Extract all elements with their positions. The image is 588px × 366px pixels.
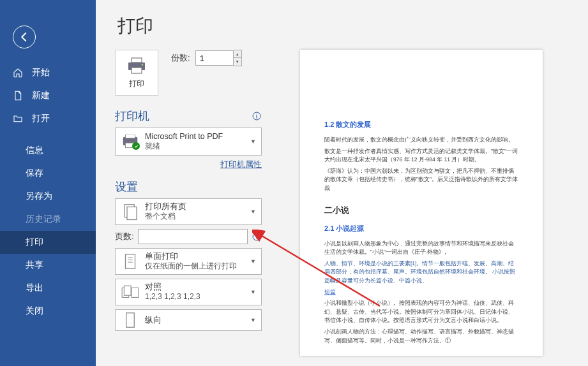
printer-icon bbox=[126, 57, 147, 75]
page-preview: 1.2 散文的发展 随着时代的发展，散文的概念由广义向狭义转变，并受到西方文化的… bbox=[300, 50, 543, 356]
svg-rect-22 bbox=[126, 313, 135, 328]
backstage-sidebar: 开始 新建 打开 信息 保存 另存为 历史记录 打印 共享 导出 关闭 bbox=[0, 0, 96, 366]
nav-label: 开始 bbox=[32, 67, 50, 78]
nav-info[interactable]: 信息 bbox=[0, 139, 96, 162]
preview-paragraph: 人物、情节、环境是小说的三要素[1]。情节一般包括开端、发展、高潮、结局四部分，… bbox=[324, 260, 518, 286]
preview-column: 1.2 散文的发展 随着时代的发展，散文的概念由广义向狭义转变，并受到西方文化的… bbox=[300, 50, 569, 356]
nav-label: 历史记录 bbox=[26, 214, 61, 225]
new-file-icon bbox=[13, 91, 23, 101]
chevron-down-icon: ▼ bbox=[250, 317, 256, 323]
info-icon[interactable] bbox=[252, 111, 262, 121]
copies-spinner[interactable]: ▲ ▼ bbox=[234, 50, 242, 66]
pages-input[interactable] bbox=[138, 229, 248, 244]
orientation-main: 纵向 bbox=[145, 315, 248, 325]
svg-point-14 bbox=[256, 234, 257, 235]
orientation-select[interactable]: 纵向 ▼ bbox=[115, 309, 262, 331]
chevron-down-icon: ▼ bbox=[250, 138, 256, 145]
printer-select[interactable]: Microsoft Print to PDF 就绪 ▼ bbox=[115, 128, 262, 156]
nav-export[interactable]: 导出 bbox=[0, 277, 96, 300]
nav-save-as[interactable]: 另存为 bbox=[0, 185, 96, 208]
back-arrow-icon bbox=[19, 31, 30, 43]
sides-select[interactable]: 单面打印 仅在纸面的一侧上进行打印 ▼ bbox=[115, 248, 262, 275]
spin-down-icon[interactable]: ▼ bbox=[234, 58, 241, 66]
nav-label: 打开 bbox=[32, 113, 50, 124]
nav-share[interactable]: 共享 bbox=[0, 254, 96, 277]
preview-heading-21: 2.1 小说起源 bbox=[324, 224, 518, 233]
spin-up-icon[interactable]: ▲ bbox=[234, 50, 241, 58]
nav-label: 信息 bbox=[26, 145, 43, 156]
svg-rect-0 bbox=[132, 58, 142, 62]
sides-sub: 仅在纸面的一侧上进行打印 bbox=[145, 261, 248, 272]
nav-print[interactable]: 打印 bbox=[0, 231, 96, 254]
chevron-down-icon: ▼ bbox=[250, 209, 256, 215]
preview-paragraph: 随着时代的发展，散文的概念由广义向狭义转变，并受到西方文化的影响。 bbox=[324, 136, 518, 145]
nav-label: 另存为 bbox=[26, 191, 52, 202]
nav-label: 打印 bbox=[26, 237, 43, 248]
settings-section-title: 设置 bbox=[115, 179, 138, 194]
nav-close[interactable]: 关闭 bbox=[0, 300, 96, 323]
back-button[interactable] bbox=[13, 26, 36, 48]
pages-icon bbox=[121, 202, 140, 221]
nav-label: 关闭 bbox=[26, 305, 43, 317]
collate-select[interactable]: 对照 1,2,3 1,2,3 1,2,3 ▼ bbox=[115, 279, 262, 305]
page-title: 打印 bbox=[117, 14, 569, 38]
scope-sub: 整个文档 bbox=[145, 212, 248, 222]
print-panel: 打印 打印 份数: ▲ ▼ bbox=[96, 0, 588, 366]
info-icon[interactable] bbox=[252, 231, 262, 242]
portrait-icon bbox=[121, 311, 140, 330]
pages-label: 页数: bbox=[115, 231, 134, 242]
print-settings-column: 打印 份数: ▲ ▼ 打印机 bbox=[115, 50, 262, 356]
printer-section-title: 打印机 bbox=[115, 108, 149, 124]
scope-main: 打印所有页 bbox=[145, 201, 248, 212]
preview-paragraph: 《辞海》认为：中国六朝以来，为区别韵文与骈文，把凡不押韵、不重排偶 的散体文章（… bbox=[324, 167, 518, 193]
printer-ready-badge-icon bbox=[132, 142, 140, 150]
collate-icon bbox=[121, 282, 140, 302]
nav-open[interactable]: 打开 bbox=[0, 107, 96, 130]
nav-history: 历史记录 bbox=[0, 208, 96, 231]
home-icon bbox=[13, 68, 23, 78]
svg-point-3 bbox=[142, 64, 144, 66]
nav-save[interactable]: 保存 bbox=[0, 162, 96, 185]
print-scope-select[interactable]: 打印所有页 整个文档 ▼ bbox=[115, 198, 262, 225]
chevron-down-icon: ▼ bbox=[250, 258, 256, 265]
preview-paragraph: 小说是以刻画人物形象为中心，通过完整的故事情节和环境描写来反映社会生活的文学体裁… bbox=[324, 240, 518, 257]
preview-heading-12: 1.2 散文的发展 bbox=[324, 120, 518, 129]
svg-rect-8 bbox=[126, 135, 135, 138]
preview-paragraph: 小说和微型小说（小小说）。按照表现的内容可分为神话、仙侠、武侠、科幻、悬疑、古传… bbox=[324, 299, 518, 325]
print-button[interactable]: 打印 bbox=[115, 50, 158, 96]
single-side-icon bbox=[121, 252, 140, 271]
chevron-down-icon: ▼ bbox=[250, 289, 256, 295]
svg-rect-21 bbox=[132, 288, 139, 298]
printer-properties-link[interactable]: 打印机属性 bbox=[220, 160, 262, 169]
nav-label: 新建 bbox=[32, 90, 50, 101]
svg-rect-2 bbox=[132, 68, 142, 73]
svg-rect-11 bbox=[127, 207, 137, 220]
nav-new[interactable]: 新建 bbox=[0, 84, 96, 107]
copies-label: 份数: bbox=[171, 52, 190, 64]
copies-control: 份数: ▲ ▼ bbox=[171, 50, 242, 66]
svg-rect-20 bbox=[124, 286, 131, 295]
preview-paragraph: 短篇 bbox=[324, 288, 518, 297]
collate-main: 对照 bbox=[145, 282, 248, 292]
nav-label: 导出 bbox=[26, 282, 43, 294]
printer-status: 就绪 bbox=[145, 142, 248, 152]
copies-input[interactable] bbox=[195, 50, 234, 66]
print-button-label: 打印 bbox=[129, 78, 144, 89]
nav-home[interactable]: 开始 bbox=[0, 61, 96, 84]
preview-paragraph: 小说刻画人物的方法：心理描写、动作描写、语言描写、外貌描写、神态描写、侧面描写等… bbox=[324, 328, 518, 345]
collate-sub: 1,2,3 1,2,3 1,2,3 bbox=[145, 292, 248, 302]
nav-label: 保存 bbox=[26, 168, 43, 179]
open-folder-icon bbox=[13, 113, 23, 124]
preview-heading-2: 二小说 bbox=[324, 205, 518, 216]
nav-label: 共享 bbox=[26, 260, 43, 271]
printer-name: Microsoft Print to PDF bbox=[145, 131, 248, 142]
svg-rect-15 bbox=[126, 254, 135, 269]
sides-main: 单面打印 bbox=[145, 251, 248, 261]
preview-paragraph: 散文是一种抒发作者真情实感、写作方式灵活的记叙类文学体裁。"散文"一词大约出现在… bbox=[324, 147, 518, 165]
svg-point-6 bbox=[256, 113, 257, 114]
